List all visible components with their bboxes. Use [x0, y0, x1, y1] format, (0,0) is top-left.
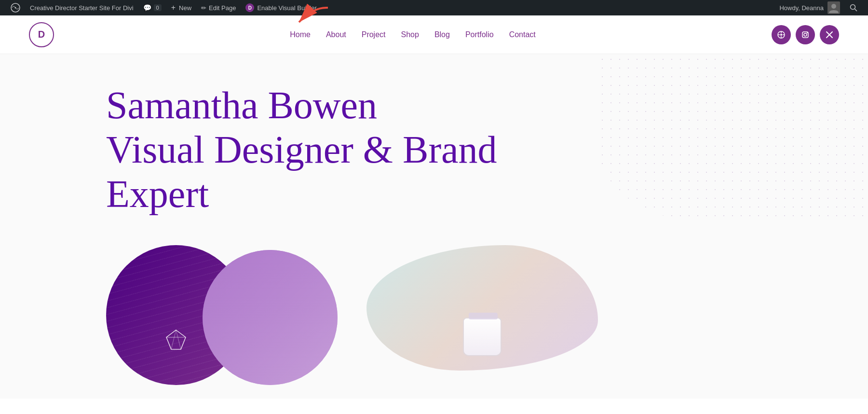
- nav-portfolio[interactable]: Portfolio: [465, 30, 494, 39]
- site-name-text: Creative Director Starter Site For Divi: [30, 4, 134, 12]
- svg-point-2: [15, 7, 16, 9]
- hero-title-line1: Samantha Bowen: [106, 84, 377, 126]
- svg-line-19: [166, 337, 171, 349]
- svg-point-3: [831, 4, 836, 9]
- portfolio-cards-row: [0, 235, 868, 380]
- new-label: New: [179, 4, 191, 12]
- site-name-item[interactable]: Creative Director Starter Site For Divi: [25, 0, 138, 15]
- logo-circle[interactable]: D: [29, 22, 54, 47]
- wp-logo[interactable]: [6, 0, 25, 15]
- comments-item[interactable]: 💬 0: [138, 0, 166, 15]
- nav-shop[interactable]: Shop: [401, 30, 419, 39]
- blob-shape: [366, 245, 598, 371]
- nav-contact[interactable]: Contact: [509, 30, 536, 39]
- jar-lid: [469, 313, 498, 319]
- comment-count: 0: [154, 4, 162, 11]
- enable-visual-builder-label: Enable Visual Builder: [257, 4, 316, 12]
- svg-marker-15: [166, 330, 186, 349]
- social-icons-group: [772, 25, 839, 44]
- svg-point-7: [780, 34, 782, 36]
- svg-point-4: [851, 5, 855, 10]
- hero-section: Samantha Bowen Visual Designer & Brand E…: [0, 54, 868, 235]
- gem-icon: [164, 328, 188, 356]
- svg-line-20: [181, 337, 186, 349]
- svg-point-14: [807, 32, 808, 33]
- pencil-icon: ✏: [201, 4, 206, 12]
- user-avatar: [827, 1, 840, 14]
- hero-title-line3: Expert: [106, 173, 209, 215]
- edit-page-item[interactable]: ✏ Edit Page: [196, 0, 241, 15]
- svg-line-5: [855, 9, 857, 12]
- svg-point-13: [804, 33, 807, 36]
- hero-title-line2: Visual Designer & Brand: [106, 128, 497, 171]
- nav-project[interactable]: Project: [362, 30, 386, 39]
- twitter-x-button[interactable]: [820, 25, 839, 44]
- main-content: Samantha Bowen Visual Designer & Brand E…: [0, 0, 868, 399]
- admin-bar: Creative Director Starter Site For Divi …: [0, 0, 868, 15]
- nav-home[interactable]: Home: [290, 30, 311, 39]
- divi-badge-dot: D: [245, 3, 254, 12]
- portfolio-card-left[interactable]: [106, 245, 347, 371]
- divi-visual-builder-item[interactable]: D Enable Visual Builder: [241, 0, 321, 15]
- jar-product: [463, 317, 502, 356]
- portfolio-card-right[interactable]: [366, 245, 617, 371]
- nav-about[interactable]: About: [326, 30, 346, 39]
- instagram-button[interactable]: [796, 25, 815, 44]
- site-header: D Home About Project Shop Blog Portfolio…: [0, 15, 868, 54]
- behance-button[interactable]: [772, 25, 791, 44]
- new-content-item[interactable]: + New: [166, 0, 196, 15]
- plus-icon: +: [171, 3, 176, 12]
- admin-bar-right: Howdy, Deanna: [774, 0, 862, 15]
- comment-bubble-icon: 💬: [143, 4, 151, 12]
- logo-letter: D: [38, 29, 45, 40]
- logo-area: D: [29, 22, 54, 47]
- howdy-item[interactable]: Howdy, Deanna: [774, 0, 845, 15]
- wordpress-icon: [11, 3, 20, 13]
- nav-blog[interactable]: Blog: [434, 30, 450, 39]
- circle-purple-light: [203, 250, 338, 385]
- hero-title: Samantha Bowen Visual Designer & Brand E…: [106, 83, 540, 216]
- howdy-text: Howdy, Deanna: [779, 4, 824, 12]
- admin-search-button[interactable]: [845, 0, 862, 15]
- edit-page-label: Edit Page: [209, 4, 236, 12]
- main-nav: Home About Project Shop Blog Portfolio C…: [290, 30, 536, 39]
